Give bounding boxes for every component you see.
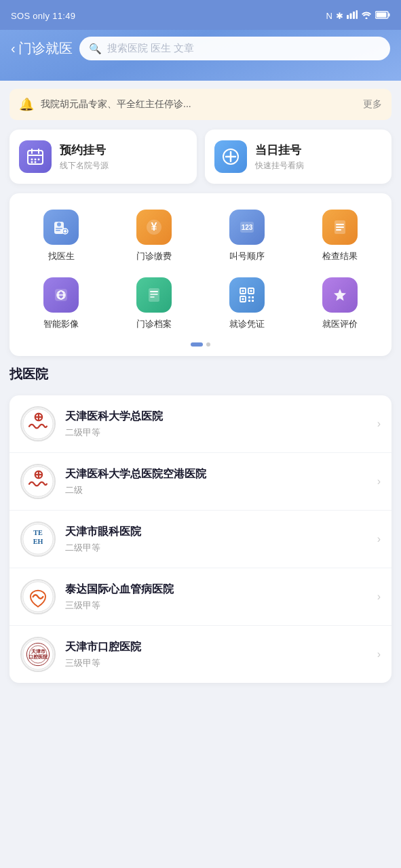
hospital-item[interactable]: TE EH 天津市眼科医院 二级甲等 › (9, 511, 392, 568)
hospital-item[interactable]: 泰达国际心血管病医院 三级甲等 › (9, 568, 392, 626)
records-item[interactable]: 门诊档案 (109, 272, 199, 337)
hospital-logo: 天津市 口腔医院 (20, 637, 56, 672)
appointment-info: 预约挂号 线下名院号源 (60, 142, 109, 172)
svg-rect-45 (250, 290, 252, 292)
svg-marker-51 (334, 289, 346, 301)
hospital-name: 天津市眼科医院 (65, 525, 368, 539)
imaging-label: 智能影像 (43, 318, 79, 330)
svg-rect-48 (252, 296, 254, 298)
payment-item[interactable]: ¥ 门诊缴费 (109, 204, 199, 269)
notice-text: 我院胡元晶专家、平全红主任停诊... (41, 98, 356, 111)
chevron-right-icon: › (377, 418, 381, 430)
svg-text:⊕: ⊕ (33, 410, 43, 424)
page-title: 门诊就医 (18, 39, 73, 58)
bluetooth-icon: ✱ (336, 11, 343, 21)
svg-rect-21 (56, 228, 62, 229)
hospital-section-title: 找医院 (9, 366, 392, 383)
svg-text:EH: EH (33, 538, 43, 545)
queue-icon: 123 (229, 210, 265, 245)
evaluation-item[interactable]: 就医评价 (294, 272, 385, 337)
qrcode-icon (229, 277, 265, 313)
main-content: 🔔 我院胡元晶专家、平全红主任停诊... 更多 预约挂号 (0, 81, 401, 691)
hospital-name: 天津医科大学总医院 (65, 410, 368, 424)
hospital-item[interactable]: 天津市 口腔医院 天津市口腔医院 三级甲等 › (9, 626, 392, 683)
qrcode-label: 就诊凭证 (229, 318, 265, 330)
results-item[interactable]: 检查结果 (294, 204, 385, 269)
svg-rect-46 (242, 298, 244, 300)
svg-rect-1 (350, 14, 352, 20)
svg-rect-44 (242, 290, 244, 292)
svg-rect-2 (353, 12, 355, 19)
payment-icon: ¥ (136, 210, 172, 245)
bell-icon: 🔔 (19, 97, 34, 112)
page-dots (16, 342, 385, 349)
svg-point-15 (35, 161, 37, 163)
svg-point-13 (38, 159, 40, 161)
search-placeholder-text: 搜索医院 医生 文章 (107, 42, 194, 55)
svg-point-11 (31, 159, 33, 161)
hospital-item[interactable]: ⊕ 天津医科大学总医院 二级甲等 › (9, 395, 392, 453)
hospital-logo: ⊕ (20, 406, 56, 441)
queue-item[interactable]: 123 叫号顺序 (202, 204, 292, 269)
svg-rect-6 (389, 13, 390, 16)
back-button[interactable]: ‹ 门诊就医 (11, 39, 73, 58)
hospital-logo (20, 579, 56, 614)
records-icon (136, 277, 172, 313)
results-label: 检查结果 (322, 250, 358, 262)
icon-grid-section: 找医生 ¥ 门诊缴费 123 叫号顺序 (9, 193, 392, 356)
find-doctor-label: 找医生 (48, 250, 75, 262)
chevron-right-icon: › (377, 475, 381, 488)
evaluation-label: 就医评价 (322, 318, 358, 330)
back-arrow-icon: ‹ (11, 41, 16, 56)
hospital-section: 找医院 (9, 366, 392, 386)
sameday-icon (214, 140, 247, 173)
svg-text:口腔医院: 口腔医院 (28, 654, 48, 660)
find-doctor-item[interactable]: 找医生 (16, 204, 107, 269)
svg-point-12 (35, 159, 37, 161)
sameday-subtitle: 快速挂号看病 (255, 160, 304, 172)
hospital-info: 泰达国际心血管病医院 三级甲等 (65, 583, 368, 612)
sameday-title: 当日挂号 (255, 142, 304, 158)
hospital-level: 二级甲等 (65, 427, 368, 439)
svg-point-20 (57, 222, 61, 226)
svg-rect-22 (56, 230, 60, 231)
search-bar[interactable]: 🔍 搜索医院 医生 文章 (79, 37, 390, 60)
appointment-icon (19, 140, 52, 173)
svg-rect-25 (64, 231, 67, 232)
appointment-subtitle: 线下名院号源 (60, 160, 109, 172)
records-label: 门诊档案 (136, 318, 172, 330)
dot-2 (206, 342, 210, 347)
payment-label: 门诊缴费 (136, 250, 172, 262)
hospital-level: 二级 (65, 484, 368, 496)
notice-banner[interactable]: 🔔 我院胡元晶专家、平全红主任停诊... 更多 (9, 89, 392, 120)
wifi-icon (361, 10, 372, 21)
dot-1 (191, 342, 203, 347)
appointment-card[interactable]: 预约挂号 线下名院号源 (9, 130, 197, 184)
search-icon: 🔍 (89, 43, 102, 55)
quick-actions-top: 预约挂号 线下名院号源 当日挂号 快速挂号看病 (9, 130, 392, 184)
qrcode-item[interactable]: 就诊凭证 (202, 272, 292, 337)
chevron-right-icon: › (377, 591, 381, 603)
nfc-icon: N (326, 11, 332, 21)
hospital-info: 天津医科大学总医院 二级甲等 (65, 410, 368, 439)
hospital-item[interactable]: ⊕ 天津医科大学总医院空港医院 二级 › (9, 453, 392, 511)
hospital-info: 天津市口腔医院 三级甲等 (65, 640, 368, 669)
hospital-name: 泰达国际心血管病医院 (65, 583, 368, 597)
notice-more-link[interactable]: 更多 (363, 98, 382, 111)
svg-rect-37 (149, 288, 159, 302)
icon-grid-row2: 智能影像 门诊档案 (16, 272, 385, 337)
chevron-right-icon: › (377, 533, 381, 545)
imaging-icon (43, 277, 79, 313)
svg-text:¥: ¥ (151, 221, 157, 233)
svg-point-14 (31, 161, 33, 163)
status-icons: N ✱ (326, 10, 390, 21)
imaging-item[interactable]: 智能影像 (16, 272, 107, 337)
hospital-level: 二级甲等 (65, 542, 368, 554)
sameday-card[interactable]: 当日挂号 快速挂号看病 (205, 130, 392, 184)
hospital-logo: ⊕ (20, 464, 56, 499)
svg-rect-50 (252, 300, 254, 302)
status-bar: SOS only 11:49 N ✱ (0, 0, 401, 30)
svg-rect-0 (347, 15, 349, 19)
sameday-info: 当日挂号 快速挂号看病 (255, 142, 304, 172)
header: ‹ 门诊就医 🔍 搜索医院 医生 文章 (0, 30, 401, 81)
